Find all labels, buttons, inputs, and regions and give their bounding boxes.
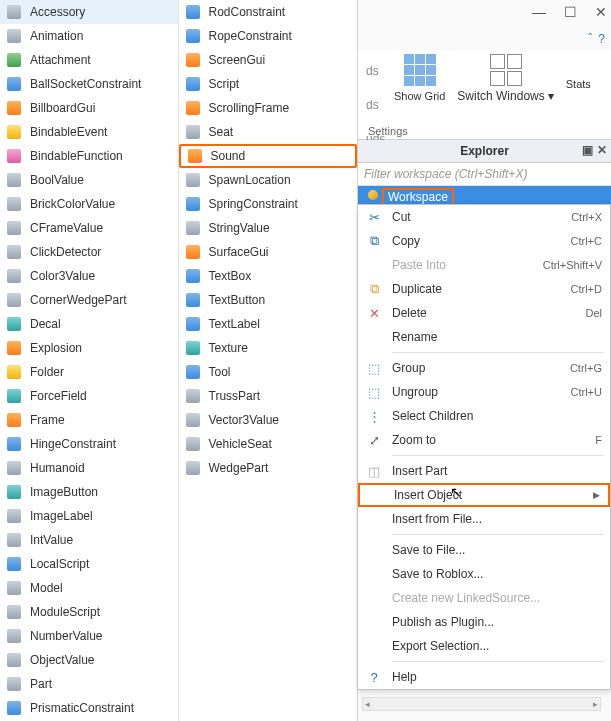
insert-item-texture[interactable]: Texture [179, 336, 358, 360]
insert-item-rodconstraint[interactable]: RodConstraint [179, 0, 358, 24]
insert-item-label: Part [30, 677, 52, 691]
insert-item-trusspart[interactable]: TrussPart [179, 384, 358, 408]
insert-item-cornerwedgepart[interactable]: CornerWedgePart [0, 288, 178, 312]
insert-item-imagelabel[interactable]: ImageLabel [0, 504, 178, 528]
insert-item-seat[interactable]: Seat [179, 120, 358, 144]
linkedsource-icon [364, 590, 384, 606]
insert-item-accessory[interactable]: Accessory [0, 0, 178, 24]
insert-item-humanoid[interactable]: Humanoid [0, 456, 178, 480]
insert-item-script[interactable]: Script [179, 72, 358, 96]
insert-object-submenu: AccessoryAnimationAttachmentBallSocketCo… [0, 0, 358, 721]
insert-item-attachment[interactable]: Attachment [0, 48, 178, 72]
insert-item-label: Accessory [30, 5, 85, 19]
context-save-to-roblox-[interactable]: Save to Roblox... [358, 562, 610, 586]
context-rename[interactable]: Rename [358, 325, 610, 349]
insert-item-ropeconstraint[interactable]: RopeConstraint [179, 24, 358, 48]
panel-close-icon[interactable]: ✕ [597, 143, 607, 157]
insert-item-screengui[interactable]: ScreenGui [179, 48, 358, 72]
insert-item-sound[interactable]: Sound [179, 144, 358, 168]
context-ungroup[interactable]: ⬚UngroupCtrl+U [358, 380, 610, 404]
insert-item-imagebutton[interactable]: ImageButton [0, 480, 178, 504]
insert-item-surfacegui[interactable]: SurfaceGui [179, 240, 358, 264]
horizontal-scrollbar[interactable]: ◂▸ [362, 697, 601, 711]
insert-item-label: CornerWedgePart [30, 293, 127, 307]
insert-item-forcefield[interactable]: ForceField [0, 384, 178, 408]
insert-item-animation[interactable]: Animation [0, 24, 178, 48]
insert-item-textbutton[interactable]: TextButton [179, 288, 358, 312]
insert-item-scrollingframe[interactable]: ScrollingFrame [179, 96, 358, 120]
insert-item-spawnlocation[interactable]: SpawnLocation [179, 168, 358, 192]
insert-item-stringvalue[interactable]: StringValue [179, 216, 358, 240]
context-select-children[interactable]: ⋮Select Children [358, 404, 610, 428]
insert-item-textbox[interactable]: TextBox [179, 264, 358, 288]
insert-item-cframevalue[interactable]: CFrameValue [0, 216, 178, 240]
insert-item-decal[interactable]: Decal [0, 312, 178, 336]
insert-item-bindablefunction[interactable]: BindableFunction [0, 144, 178, 168]
insert-item-wedgepart[interactable]: WedgePart [179, 456, 358, 480]
insert-item-localscript[interactable]: LocalScript [0, 552, 178, 576]
context-shortcut: Ctrl+X [571, 211, 602, 223]
context-item-label: Zoom to [392, 433, 583, 447]
insert-item-hingeconstraint[interactable]: HingeConstraint [0, 432, 178, 456]
context-publish-as-plugin-[interactable]: Publish as Plugin... [358, 610, 610, 634]
insert-item-numbervalue[interactable]: NumberValue [0, 624, 178, 648]
explorer-title-bar: Explorer ▣ ✕ [358, 140, 611, 163]
context-insert-object[interactable]: Insert Object▶ [358, 483, 610, 507]
context-insert-part[interactable]: ◫Insert Part [358, 459, 610, 483]
insert-item-bindableevent[interactable]: BindableEvent [0, 120, 178, 144]
maximize-button[interactable]: ☐ [564, 4, 577, 20]
minimize-button[interactable]: — [532, 4, 546, 20]
insert-item-vehicleseat[interactable]: VehicleSeat [179, 432, 358, 456]
context-copy[interactable]: ⧉CopyCtrl+C [358, 229, 610, 253]
insert-item-part[interactable]: Part [0, 672, 178, 696]
stats-button[interactable]: Stats [566, 54, 591, 114]
show-grid-button[interactable]: Show Grid [394, 54, 445, 102]
insert-item-textlabel[interactable]: TextLabel [179, 312, 358, 336]
bindablefunction-icon [6, 148, 22, 164]
panel-dock-icon[interactable]: ▣ [582, 143, 593, 157]
insert-item-clickdetector[interactable]: ClickDetector [0, 240, 178, 264]
texture-icon [185, 340, 201, 356]
decal-icon [6, 316, 22, 332]
group-icon: ⬚ [364, 360, 384, 376]
context-shortcut: Ctrl+D [571, 283, 602, 295]
insert-item-ballsocketconstraint[interactable]: BallSocketConstraint [0, 72, 178, 96]
context-insert-from-file-[interactable]: Insert from File... [358, 507, 610, 531]
insert-item-springconstraint[interactable]: SpringConstraint [179, 192, 358, 216]
context-export-selection-[interactable]: Export Selection... [358, 634, 610, 658]
insert-item-folder[interactable]: Folder [0, 360, 178, 384]
insert-item-explosion[interactable]: Explosion [0, 336, 178, 360]
insert-item-boolvalue[interactable]: BoolValue [0, 168, 178, 192]
context-separator [392, 534, 604, 535]
context-group[interactable]: ⬚GroupCtrl+G [358, 356, 610, 380]
context-duplicate[interactable]: ⧉DuplicateCtrl+D [358, 277, 610, 301]
context-separator [392, 455, 604, 456]
help-button[interactable]: ? [598, 32, 605, 46]
close-button[interactable]: ✕ [595, 4, 607, 20]
insert-item-objectvalue[interactable]: ObjectValue [0, 648, 178, 672]
insert-item-label: ScrollingFrame [209, 101, 290, 115]
context-delete[interactable]: ✕DeleteDel [358, 301, 610, 325]
context-help[interactable]: ?Help [358, 665, 610, 689]
context-zoom-to[interactable]: ⤢Zoom toF [358, 428, 610, 452]
insert-item-model[interactable]: Model [0, 576, 178, 600]
context-cut[interactable]: ✂CutCtrl+X [358, 205, 610, 229]
insert-item-frame[interactable]: Frame [0, 408, 178, 432]
trusspart-icon [185, 388, 201, 404]
insert-item-label: BindableEvent [30, 125, 107, 139]
insert-item-modulescript[interactable]: ModuleScript [0, 600, 178, 624]
insert-item-billboardgui[interactable]: BillboardGui [0, 96, 178, 120]
switch-windows-button[interactable]: Switch Windows ▾ [457, 54, 553, 103]
ribbon-collapse-icon[interactable]: ˆ [588, 32, 592, 46]
insert-item-vector3value[interactable]: Vector3Value [179, 408, 358, 432]
insert-item-prismaticconstraint[interactable]: PrismaticConstraint [0, 696, 178, 720]
explorer-filter-input[interactable]: Filter workspace (Ctrl+Shift+X) [358, 163, 611, 186]
insert-item-tool[interactable]: Tool [179, 360, 358, 384]
insert-item-brickcolorvalue[interactable]: BrickColorValue [0, 192, 178, 216]
grid-icon [404, 54, 436, 86]
sound-icon [187, 148, 203, 164]
context-save-to-file-[interactable]: Save to File... [358, 538, 610, 562]
insert-item-label: ClickDetector [30, 245, 101, 259]
insert-item-color3value[interactable]: Color3Value [0, 264, 178, 288]
insert-item-intvalue[interactable]: IntValue [0, 528, 178, 552]
